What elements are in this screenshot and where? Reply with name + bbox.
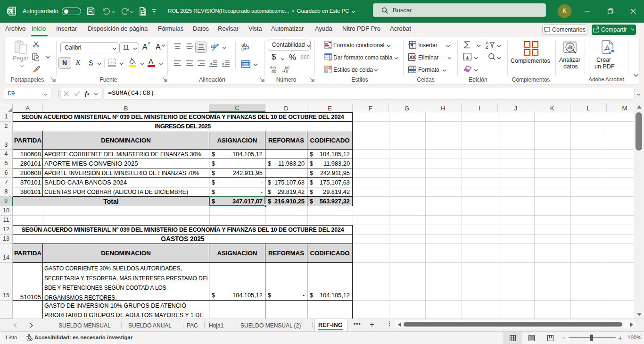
svg-text:,00: ,00	[271, 69, 276, 74]
svg-text:ab: ab	[211, 43, 216, 49]
svg-text:X: X	[8, 8, 11, 14]
svg-text:c: c	[241, 46, 244, 51]
svg-text:,0: ,0	[285, 69, 288, 74]
svg-text:Z: Z	[486, 45, 488, 49]
